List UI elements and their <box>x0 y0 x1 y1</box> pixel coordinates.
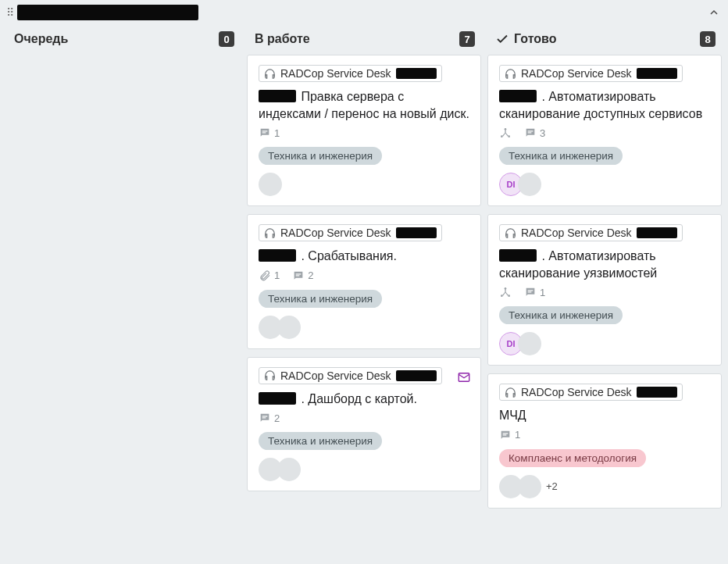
avatar[interactable] <box>277 316 301 339</box>
project-key <box>396 370 437 381</box>
meta-row: 12 <box>259 270 469 282</box>
mail-icon <box>457 370 471 384</box>
drag-grip-icon[interactable]: ⠿ <box>6 6 12 19</box>
column-queue: Очередь0 <box>6 25 241 558</box>
project-key <box>396 68 437 79</box>
project-name: RADCop Service Desk <box>280 369 391 382</box>
board-header: ⠿ <box>0 0 728 25</box>
svg-rect-3 <box>296 275 300 276</box>
headphones-icon <box>264 68 276 80</box>
project-chip[interactable]: RADCop Service Desk <box>259 65 442 82</box>
tag[interactable]: Техника и инженерия <box>259 432 382 450</box>
issue-title: Правка сервера с индексами / перенос на … <box>259 88 469 122</box>
comment-count: 2 <box>292 270 313 282</box>
tag-row: Техника и инженерия <box>259 147 469 165</box>
avatar[interactable] <box>277 458 301 481</box>
project-name: RADCop Service Desk <box>280 227 391 239</box>
avatar[interactable] <box>518 173 541 196</box>
column-count: 7 <box>459 31 475 47</box>
project-key <box>637 387 677 398</box>
issue-card[interactable]: RADCop Service Desk . Автоматизировать с… <box>487 55 722 206</box>
svg-rect-5 <box>262 416 268 417</box>
issue-card[interactable]: RADCop Service Desk . Дашборд с картой.2… <box>247 357 481 492</box>
headphones-icon <box>505 68 516 80</box>
svg-rect-18 <box>503 434 507 435</box>
issue-card[interactable]: RADCop Service DeskМЧД1Комплаенс и метод… <box>487 373 722 509</box>
issue-key <box>499 90 537 102</box>
meta-row: 2 <box>259 412 469 424</box>
column-header[interactable]: Готово8 <box>487 25 722 55</box>
svg-rect-2 <box>296 273 302 274</box>
collapse-chevron-icon[interactable] <box>708 6 720 19</box>
svg-rect-16 <box>528 292 532 293</box>
meta-row: 1 <box>499 286 710 298</box>
project-chip[interactable]: RADCop Service Desk <box>259 224 442 241</box>
tag[interactable]: Техника и инженерия <box>259 147 382 165</box>
issue-title: . Автоматизировать сканирование доступны… <box>499 88 710 122</box>
svg-rect-15 <box>528 291 534 291</box>
project-row: RADCop Service Desk <box>259 65 469 82</box>
column-progress: В работе7RADCop Service Desk Правка серв… <box>247 25 481 558</box>
tag[interactable]: Техника и инженерия <box>259 290 382 308</box>
project-chip[interactable]: RADCop Service Desk <box>499 384 683 401</box>
tag-row: Техника и инженерия <box>259 432 469 450</box>
project-name: RADCop Service Desk <box>521 67 632 80</box>
tag[interactable]: Техника и инженерия <box>499 147 623 165</box>
project-row: RADCop Service Desk <box>259 224 469 241</box>
project-chip[interactable]: RADCop Service Desk <box>259 367 442 384</box>
avatar[interactable] <box>518 475 541 498</box>
tag-row: Техника и инженерия <box>259 290 469 308</box>
comment-count: 2 <box>259 412 280 424</box>
column-title: Очередь <box>14 32 68 46</box>
comment-count: 1 <box>259 127 280 139</box>
column-title: Готово <box>514 32 556 46</box>
avatars-row <box>259 173 469 196</box>
project-key <box>637 68 677 79</box>
avatars-row: DI <box>499 332 710 355</box>
issue-title: МЧД <box>499 407 710 424</box>
column-title: В работе <box>255 32 310 46</box>
column-count: 8 <box>700 31 716 47</box>
tag-row: Техника и инженерия <box>499 306 710 324</box>
avatars-row <box>259 316 469 339</box>
comment-count: 3 <box>524 127 545 139</box>
headphones-icon <box>505 227 516 239</box>
avatars-row <box>259 458 469 481</box>
avatar-more-count[interactable]: +2 <box>546 480 558 492</box>
tag[interactable]: Комплаенс и методология <box>499 449 646 467</box>
avatars-row: +2 <box>499 475 710 498</box>
columns-container: Очередь0В работе7RADCop Service Desk Пра… <box>0 25 728 564</box>
svg-rect-6 <box>262 418 266 419</box>
issue-card[interactable]: RADCop Service Desk Правка сервера с инд… <box>247 55 481 206</box>
project-row: RADCop Service Desk <box>499 224 710 241</box>
project-name: RADCop Service Desk <box>521 227 632 239</box>
subtask-icon <box>499 127 512 139</box>
project-row: RADCop Service Desk <box>499 384 710 401</box>
meta-row: 3 <box>499 127 710 139</box>
column-header[interactable]: В работе7 <box>247 25 481 55</box>
headphones-icon <box>505 387 516 398</box>
tag[interactable]: Техника и инженерия <box>499 306 623 324</box>
column-header[interactable]: Очередь0 <box>6 25 241 55</box>
subtask-icon <box>499 286 512 298</box>
issue-title: . Дашборд с картой. <box>259 391 469 408</box>
comment-count: 1 <box>499 429 520 441</box>
tag-row: Техника и инженерия <box>499 147 710 165</box>
avatar[interactable] <box>259 173 282 196</box>
avatar[interactable] <box>518 332 541 355</box>
issue-title: . Автоматизировать сканирование уязвимос… <box>499 248 710 281</box>
svg-rect-10 <box>528 131 534 132</box>
issue-card[interactable]: RADCop Service Desk . Автоматизировать с… <box>487 214 722 366</box>
meta-row: 1 <box>259 127 469 139</box>
svg-rect-11 <box>528 133 532 134</box>
cards-list: RADCop Service Desk . Автоматизировать с… <box>487 55 722 509</box>
project-chip[interactable]: RADCop Service Desk <box>499 65 683 82</box>
issue-key <box>259 392 296 405</box>
project-name: RADCop Service Desk <box>521 386 632 398</box>
project-chip[interactable]: RADCop Service Desk <box>499 224 683 241</box>
board-title <box>17 5 198 20</box>
cards-list: RADCop Service Desk Правка сервера с инд… <box>247 55 481 491</box>
project-key <box>396 227 437 238</box>
svg-rect-0 <box>262 131 268 132</box>
issue-card[interactable]: RADCop Service Desk . Срабатывания.12Тех… <box>247 214 481 349</box>
